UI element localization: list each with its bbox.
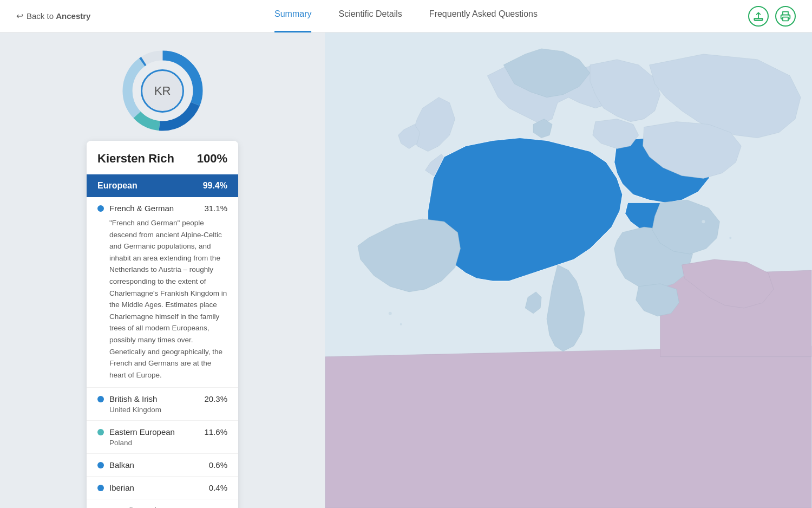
donut-chart: KR — [121, 49, 205, 133]
total-percent: 100% — [197, 152, 227, 166]
left-panel: KR Kiersten Rich 100% European 99.4% Fre… — [0, 32, 325, 508]
person-name: Kiersten Rich — [97, 152, 174, 166]
list-item[interactable]: French & German 31.1% "French and German… — [87, 197, 238, 388]
list-item[interactable]: Balkan 0.6% — [87, 454, 238, 477]
back-to-ancestry-link[interactable]: ↩ Back to Ancestry — [16, 11, 90, 21]
avatar-area: KR — [0, 32, 325, 133]
tab-faq[interactable]: Frequently Asked Questions — [429, 0, 538, 32]
category-percent: 99.4% — [203, 181, 227, 191]
print-button[interactable] — [775, 6, 796, 27]
tab-scientific-details[interactable]: Scientific Details — [338, 0, 402, 32]
upload-icon — [753, 11, 764, 22]
print-icon — [780, 11, 791, 22]
avatar-initials: KR — [154, 84, 171, 98]
european-category-header[interactable]: European 99.4% — [87, 174, 238, 197]
ancestry-sublabel: United Kingdom — [109, 406, 227, 414]
svg-point-11 — [702, 220, 705, 223]
list-item[interactable]: Eastern European 11.6% Poland — [87, 421, 238, 454]
svg-point-12 — [729, 237, 731, 239]
map-panel — [325, 32, 812, 508]
ancestry-name: French & German — [109, 204, 199, 213]
ancestry-name: British & Irish — [109, 394, 199, 403]
ancestry-name: Broadly Northwestern European — [109, 506, 199, 508]
back-arrow-icon: ↩ — [16, 11, 23, 21]
tab-summary[interactable]: Summary — [274, 0, 311, 32]
ancestry-row: Broadly Northwestern European 27.0% — [97, 506, 227, 508]
ancestry-name: Iberian — [109, 483, 204, 492]
svg-point-10 — [400, 323, 402, 325]
back-bold-label: Ancestry — [56, 11, 90, 21]
dot-icon — [97, 462, 104, 468]
ancestry-description: "French and German" people descend from … — [109, 217, 227, 381]
dot-icon — [97, 429, 104, 435]
header: ↩ Back to Ancestry Summary Scientific De… — [0, 0, 812, 32]
list-item[interactable]: British & Irish 20.3% United Kingdom — [87, 388, 238, 421]
dot-icon — [97, 205, 104, 212]
avatar: KR — [141, 69, 184, 113]
ancestry-percent: 20.3% — [204, 394, 227, 403]
dot-icon — [97, 485, 104, 491]
ancestry-row: British & Irish 20.3% — [97, 394, 227, 403]
europe-map — [325, 32, 812, 508]
category-name: European — [97, 181, 137, 191]
ancestry-name: Eastern European — [109, 427, 199, 437]
ancestry-row: Eastern European 11.6% — [97, 427, 227, 437]
ancestry-list: French & German 31.1% "French and German… — [87, 197, 238, 508]
main-content: KR Kiersten Rich 100% European 99.4% Fre… — [0, 32, 812, 508]
ancestry-row: Iberian 0.4% — [97, 483, 227, 492]
header-actions — [748, 6, 796, 27]
list-item[interactable]: Iberian 0.4% — [87, 477, 238, 499]
ancestry-card: Kiersten Rich 100% European 99.4% French… — [87, 141, 238, 508]
ancestry-row: Balkan 0.6% — [97, 460, 227, 470]
card-header: Kiersten Rich 100% — [87, 141, 238, 174]
nav-tabs: Summary Scientific Details Frequently As… — [274, 0, 538, 32]
back-label: Back to — [27, 11, 54, 21]
list-item[interactable]: Broadly Northwestern European 27.0% — [87, 499, 238, 508]
ancestry-percent: 0.6% — [209, 460, 227, 470]
dot-icon — [97, 396, 104, 402]
ancestry-percent: 31.1% — [204, 204, 227, 213]
svg-rect-1 — [783, 17, 788, 21]
ancestry-percent: 11.6% — [204, 427, 227, 437]
svg-point-9 — [389, 312, 392, 315]
ancestry-percent: 0.4% — [209, 483, 227, 492]
ancestry-row: French & German 31.1% — [97, 204, 227, 213]
upload-button[interactable] — [748, 6, 769, 27]
ancestry-sublabel: Poland — [109, 439, 227, 447]
ancestry-name: Balkan — [109, 460, 204, 470]
